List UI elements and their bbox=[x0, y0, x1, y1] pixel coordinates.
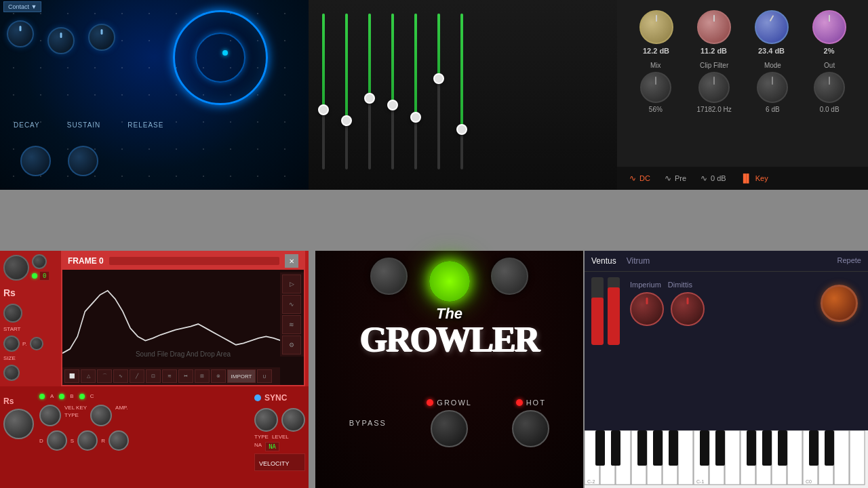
black-key-8[interactable] bbox=[747, 430, 756, 466]
kb-fader-track-1[interactable] bbox=[591, 277, 604, 345]
eq-knob-pink[interactable] bbox=[697, 10, 731, 44]
dimittis-knob[interactable] bbox=[671, 292, 705, 326]
eq-controls-row: Mix 56% Clip Filter 17182.0 Hz Mode 6 dB… bbox=[627, 62, 858, 113]
sampler-small-knob-1[interactable] bbox=[32, 254, 47, 269]
black-key-11[interactable] bbox=[809, 430, 818, 466]
tb-btn-3[interactable]: ⌒ bbox=[97, 369, 112, 383]
p-knob[interactable] bbox=[30, 337, 43, 350]
import-button[interactable]: IMPORT bbox=[227, 369, 256, 383]
growler-controls: BYPASS GROWL HOT bbox=[315, 399, 583, 447]
decay-knob[interactable] bbox=[7, 20, 34, 47]
eq-pre-button[interactable]: ∿ Pre bbox=[659, 171, 692, 185]
tb-btn-8[interactable]: ∺ bbox=[178, 369, 193, 383]
sustain-knob[interactable] bbox=[47, 27, 75, 54]
big-dial[interactable] bbox=[173, 10, 268, 105]
r-knob[interactable] bbox=[108, 430, 129, 451]
fader-channel-7[interactable] bbox=[460, 14, 463, 176]
size-knob[interactable] bbox=[3, 365, 20, 381]
level-knob[interactable] bbox=[281, 408, 305, 432]
sampler-knob-a[interactable] bbox=[3, 304, 22, 323]
tb-btn-6[interactable]: ⊡ bbox=[146, 369, 161, 383]
fader-channel-3[interactable] bbox=[368, 14, 371, 176]
vel-key-knob[interactable] bbox=[39, 405, 61, 426]
black-key-7[interactable] bbox=[715, 430, 725, 466]
key-e0[interactable] bbox=[834, 430, 849, 485]
key-e1[interactable] bbox=[725, 430, 740, 485]
black-key-4[interactable] bbox=[653, 430, 663, 466]
key-last[interactable] bbox=[850, 430, 865, 485]
eq-0db-button[interactable]: ∿ 0 dB bbox=[695, 171, 732, 185]
release-knob[interactable] bbox=[88, 24, 115, 51]
eq-mix-knob[interactable] bbox=[640, 72, 671, 103]
fader-track-7[interactable] bbox=[460, 14, 463, 169]
bottom-knob-2[interactable] bbox=[68, 146, 98, 176]
growler-left-knob[interactable] bbox=[370, 258, 408, 295]
tool-btn-gear[interactable]: ⚙ bbox=[282, 336, 301, 354]
s-knob[interactable] bbox=[77, 430, 98, 451]
b-label: B bbox=[70, 393, 73, 399]
start-knob[interactable] bbox=[3, 336, 20, 352]
black-key-9[interactable] bbox=[762, 430, 772, 466]
hot-knob[interactable] bbox=[512, 410, 549, 447]
imperium-knob[interactable] bbox=[630, 292, 664, 326]
eq-knob-blue[interactable] bbox=[755, 10, 789, 44]
velocity-button[interactable]: VELOCITY bbox=[254, 453, 305, 471]
black-key-3[interactable] bbox=[637, 430, 647, 466]
bottom-knob-1[interactable] bbox=[20, 146, 51, 176]
fader-channel-4[interactable] bbox=[391, 14, 394, 176]
black-key-2[interactable] bbox=[611, 430, 620, 466]
key-b1[interactable] bbox=[787, 430, 802, 485]
kb-fader-track-2[interactable] bbox=[608, 277, 620, 345]
vitrum-tab[interactable]: Vitrum bbox=[627, 256, 650, 266]
growler-right-knob[interactable] bbox=[491, 258, 528, 295]
black-key-10[interactable] bbox=[778, 430, 787, 466]
fader-channel-1[interactable] bbox=[322, 14, 325, 176]
tool-btn-wave1[interactable]: ∿ bbox=[282, 295, 301, 314]
tool-btn-select[interactable]: ▷ bbox=[282, 274, 301, 293]
bottom-knob-main[interactable] bbox=[3, 409, 34, 439]
eq-mode-knob[interactable] bbox=[757, 72, 788, 103]
d-knob[interactable] bbox=[47, 430, 67, 451]
black-key-1[interactable] bbox=[595, 430, 605, 466]
eq-knob-purple[interactable] bbox=[812, 10, 846, 44]
growler-panel: The GROWLER BYPASS GROWL HOT bbox=[315, 251, 583, 488]
black-key-12[interactable] bbox=[825, 430, 834, 466]
black-key-6[interactable] bbox=[700, 430, 709, 466]
tb-btn-1[interactable]: ⬜ bbox=[64, 369, 79, 383]
tb-btn-9[interactable]: ⊞ bbox=[195, 369, 210, 383]
tb-btn-5[interactable]: ╱ bbox=[130, 369, 144, 383]
synth-labels: DECAY SUSTAIN RELEASE bbox=[0, 121, 309, 129]
fader-channel-5[interactable] bbox=[414, 14, 417, 176]
eq-dc-button[interactable]: ∿ DC bbox=[624, 171, 656, 185]
eq-knob-tan[interactable] bbox=[639, 10, 673, 44]
tb-btn-user[interactable]: U bbox=[257, 369, 272, 383]
fader-channel-2[interactable] bbox=[345, 14, 348, 176]
amp-knob[interactable] bbox=[90, 405, 112, 426]
fader-track-5[interactable] bbox=[414, 14, 417, 169]
growl-knob[interactable] bbox=[431, 410, 468, 447]
type-knob[interactable] bbox=[254, 408, 278, 432]
fader-track-2[interactable] bbox=[345, 14, 348, 169]
fader-track-6[interactable] bbox=[437, 14, 440, 169]
eq-clipfilter-knob[interactable] bbox=[698, 72, 730, 103]
repeat-knob[interactable] bbox=[821, 285, 858, 322]
fader-track-4[interactable] bbox=[391, 14, 394, 169]
eq-mix-value: 56% bbox=[649, 106, 663, 113]
fader-channel-6[interactable] bbox=[437, 14, 440, 176]
ventus-tab[interactable]: Ventus bbox=[591, 256, 616, 266]
black-key-5[interactable] bbox=[669, 430, 678, 466]
key-b2[interactable] bbox=[678, 430, 693, 485]
frame-close-button[interactable]: ✕ bbox=[285, 254, 298, 268]
tb-btn-4[interactable]: ∿ bbox=[113, 369, 128, 383]
fader-track-3[interactable] bbox=[368, 14, 371, 169]
tb-btn-10[interactable]: ⊗ bbox=[211, 369, 226, 383]
sampler-main-knob[interactable] bbox=[3, 255, 29, 281]
tool-btn-wave2[interactable]: ≋ bbox=[282, 315, 301, 334]
eq-key-button[interactable]: ▐▌ Key bbox=[735, 171, 774, 185]
eq-out-knob[interactable] bbox=[814, 72, 845, 103]
tb-btn-2[interactable]: △ bbox=[81, 369, 96, 383]
fader-track-1[interactable] bbox=[322, 14, 325, 169]
tb-btn-7[interactable]: ≋ bbox=[162, 369, 177, 383]
keyboard-header: Ventus Vitrum Repete bbox=[585, 251, 868, 272]
synth-contact-label[interactable]: Contact ▼ bbox=[3, 1, 41, 12]
